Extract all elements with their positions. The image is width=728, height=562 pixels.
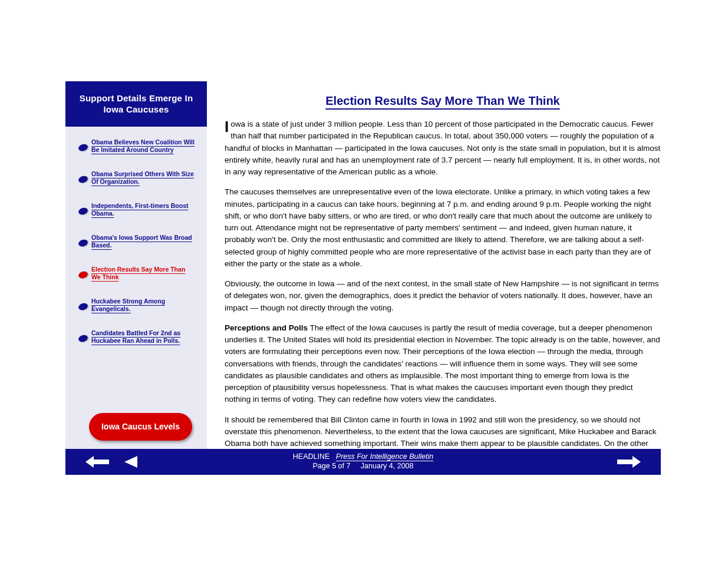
sidebar-item-6[interactable]: Candidates Battled For 2nd as Huckabee R… — [78, 329, 195, 353]
footer-headline-line: HEADLINE Press For Intelligence Bulletin — [293, 452, 433, 462]
footer-headline-label: HEADLINE — [293, 452, 330, 461]
sidebar-item-label: Independents, First-timers Boost Obama. — [91, 202, 195, 220]
article-paragraph: The caucuses themselves are unrepresenta… — [225, 186, 661, 270]
article-title: Election Results Say More Than We Think — [225, 94, 661, 108]
iowa-caucus-levels-button[interactable]: Iowa Caucus Levels — [89, 413, 192, 441]
sidebar-body: Obama Believes New Coalition Will Be Imi… — [65, 127, 207, 353]
article-body: Iowa is a state of just under 3 million … — [225, 118, 661, 474]
footer-center: HEADLINE Press For Intelligence Bulletin… — [293, 452, 433, 471]
article-paragraph: Obviously, the outcome in Iowa — and of … — [225, 278, 661, 314]
bullet-icon — [78, 270, 89, 279]
prev-page-arrow-icon[interactable] — [124, 456, 137, 470]
bullet-icon — [78, 302, 89, 311]
sidebar: Support Details Emerge In Iowa Caucuses … — [65, 81, 207, 449]
footer-date: January 4, 2008 — [361, 462, 414, 470]
bullet-icon — [78, 175, 89, 184]
svg-marker-2 — [617, 456, 641, 468]
sidebar-item-5[interactable]: Huckabee Strong Among Evangelicals. — [78, 297, 195, 321]
sidebar-item-label: Candidates Battled For 2nd as Huckabee R… — [91, 329, 195, 347]
article-paragraph: Iowa is a state of just under 3 million … — [225, 118, 661, 178]
sidebar-item-1[interactable]: Obama Surprised Others With Size Of Orga… — [78, 170, 195, 194]
next-page-arrow-icon[interactable] — [617, 455, 641, 471]
bullet-icon — [78, 334, 89, 343]
main-content: Election Results Say More Than We Think … — [225, 81, 661, 449]
sidebar-title: Support Details Emerge In Iowa Caucuses — [65, 81, 207, 127]
sidebar-item-label: Huckabee Strong Among Evangelicals. — [91, 297, 195, 315]
footer-page-marker: Page 5 of 7 — [313, 462, 351, 470]
sidebar-item-label: Election Results Say More Than We Think — [91, 266, 195, 283]
page-container: Support Details Emerge In Iowa Caucuses … — [65, 81, 661, 475]
svg-marker-1 — [124, 456, 137, 468]
sidebar-item-label: Obama's Iowa Support Was Broad Based. — [91, 234, 195, 252]
sidebar-item-4-active[interactable]: Election Results Say More Than We Think — [78, 266, 195, 289]
sidebar-item-2[interactable]: Independents, First-timers Boost Obama. — [78, 202, 195, 226]
sidebar-item-label: Obama Surprised Others With Size Of Orga… — [91, 170, 195, 188]
sidebar-item-label: Obama Believes New Coalition Will Be Imi… — [91, 138, 195, 156]
footer-bar: HEADLINE Press For Intelligence Bulletin… — [65, 449, 661, 475]
article-paragraph: Perceptions and Polls The effect of the … — [225, 322, 661, 406]
footer-headline-link[interactable]: Press For Intelligence Bulletin — [336, 452, 433, 461]
bullet-icon — [78, 239, 89, 247]
first-page-arrow-icon[interactable] — [85, 455, 109, 469]
sidebar-item-3[interactable]: Obama's Iowa Support Was Broad Based. — [78, 234, 195, 257]
bullet-icon — [78, 207, 89, 216]
bullet-icon — [78, 143, 89, 152]
footer-meta: Page 5 of 7 January 4, 2008 — [293, 462, 433, 471]
svg-marker-0 — [85, 456, 109, 468]
sidebar-item-0[interactable]: Obama Believes New Coalition Will Be Imi… — [78, 138, 195, 162]
